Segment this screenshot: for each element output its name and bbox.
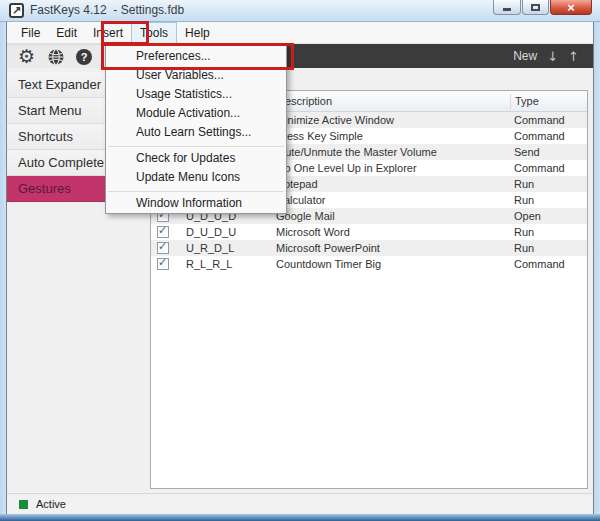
tools-menu-item[interactable]: Auto Learn Settings... xyxy=(106,122,286,141)
type-cell: Run xyxy=(510,194,587,206)
sidebar: Text Expander Start Menu Shortcuts Auto … xyxy=(7,72,106,202)
window-title: FastKeys 4.12 - Settings.fdb xyxy=(30,3,184,17)
status-bar: Active xyxy=(7,493,593,514)
close-button[interactable]: × xyxy=(550,0,592,15)
window-border-bottom xyxy=(0,514,600,521)
tools-menu-item[interactable]: Check for Updates xyxy=(106,148,286,167)
sidebar-item[interactable]: Gestures xyxy=(7,176,106,202)
type-cell: Command xyxy=(510,130,587,142)
tools-menu-item[interactable] xyxy=(106,186,286,193)
sidebar-item[interactable]: Start Menu xyxy=(7,98,106,124)
enabled-checkbox[interactable] xyxy=(157,226,169,238)
status-label: Active xyxy=(36,498,66,510)
description-cell: Mute/Unmute the Master Volume xyxy=(272,146,510,158)
row-enabled-cell xyxy=(151,242,177,254)
help-icon[interactable]: ? xyxy=(76,49,92,65)
new-button[interactable]: New xyxy=(513,49,537,63)
window-border-right xyxy=(593,22,600,514)
type-cell: Run xyxy=(510,242,587,254)
sidebar-item[interactable]: Text Expander xyxy=(7,72,106,98)
window-body: File Edit Insert Tools Help ⚙ ? xyxy=(7,22,593,514)
gesture-cell: R_L_R_L xyxy=(177,258,272,270)
app-logo-icon: ↗ xyxy=(9,3,24,18)
maximize-button[interactable] xyxy=(522,0,549,15)
window-controls: × xyxy=(492,0,592,15)
sidebar-item[interactable]: Shortcuts xyxy=(7,124,106,150)
toolbar-icons: ⚙ ? xyxy=(7,44,106,68)
sidebar-item[interactable]: Auto Complete xyxy=(7,150,106,176)
row-enabled-cell xyxy=(151,226,177,238)
tools-menu-item[interactable]: Module Activation... xyxy=(106,103,286,122)
globe-icon[interactable] xyxy=(47,48,64,65)
header-type-column[interactable]: Type xyxy=(510,94,587,109)
enabled-checkbox[interactable] xyxy=(157,242,169,254)
tools-menu-item[interactable]: Window Information xyxy=(106,193,286,212)
move-down-icon[interactable]: ↓ xyxy=(547,49,558,64)
active-status-icon xyxy=(19,500,28,509)
description-cell: Microsoft PowerPoint xyxy=(272,242,510,254)
header-description-column[interactable]: Description xyxy=(272,94,510,109)
menubar-item[interactable]: File xyxy=(13,22,48,43)
type-cell: Command xyxy=(510,162,587,174)
description-cell: Google Mail xyxy=(272,210,510,222)
settings-gear-icon[interactable]: ⚙ xyxy=(18,48,35,65)
description-cell: Microsoft Word xyxy=(272,226,510,238)
maximize-icon xyxy=(531,4,540,11)
tools-menu-item[interactable] xyxy=(106,141,286,148)
type-cell: Command xyxy=(510,258,587,270)
description-cell: Go One Level Up in Explorer xyxy=(272,162,510,174)
enabled-checkbox[interactable] xyxy=(157,258,169,270)
table-row[interactable]: U_R_D_L Microsoft PowerPoint Run xyxy=(151,240,587,256)
type-cell: Run xyxy=(510,178,587,190)
description-cell: Notepad xyxy=(272,178,510,190)
annotation-box-preferences xyxy=(101,43,294,70)
tools-menu-item[interactable]: Usage Statistics... xyxy=(106,84,286,103)
menubar-item[interactable]: Help xyxy=(177,22,218,43)
row-enabled-cell xyxy=(151,258,177,270)
close-icon: × xyxy=(567,0,575,15)
annotation-box-tools xyxy=(101,21,149,45)
minimize-icon xyxy=(503,8,511,11)
fastkeys-window: ↗ FastKeys 4.12 - Settings.fdb × File Ed… xyxy=(0,0,600,521)
title-bar: ↗ FastKeys 4.12 - Settings.fdb × xyxy=(0,0,600,22)
type-cell: Send xyxy=(510,146,587,158)
description-cell: Minimize Active Window xyxy=(272,114,510,126)
menu-bar: File Edit Insert Tools Help xyxy=(7,22,593,44)
gesture-cell: U_R_D_L xyxy=(177,242,272,254)
type-cell: Run xyxy=(510,226,587,238)
tools-menu-item[interactable]: Update Menu Icons xyxy=(106,167,286,186)
description-cell: Calculator xyxy=(272,194,510,206)
window-border-left xyxy=(0,22,7,514)
description-cell: Countdown Timer Big xyxy=(272,258,510,270)
table-row[interactable]: R_L_R_L Countdown Timer Big Command xyxy=(151,256,587,272)
gesture-cell: D_U_D_U xyxy=(177,226,272,238)
description-cell: Press Key Simple xyxy=(272,130,510,142)
table-row[interactable]: D_U_D_U Microsoft Word Run xyxy=(151,224,587,240)
type-cell: Command xyxy=(510,114,587,126)
type-cell: Open xyxy=(510,210,587,222)
move-up-icon[interactable]: ↑ xyxy=(568,49,579,64)
minimize-button[interactable] xyxy=(493,0,521,15)
menubar-item[interactable]: Edit xyxy=(48,22,85,43)
